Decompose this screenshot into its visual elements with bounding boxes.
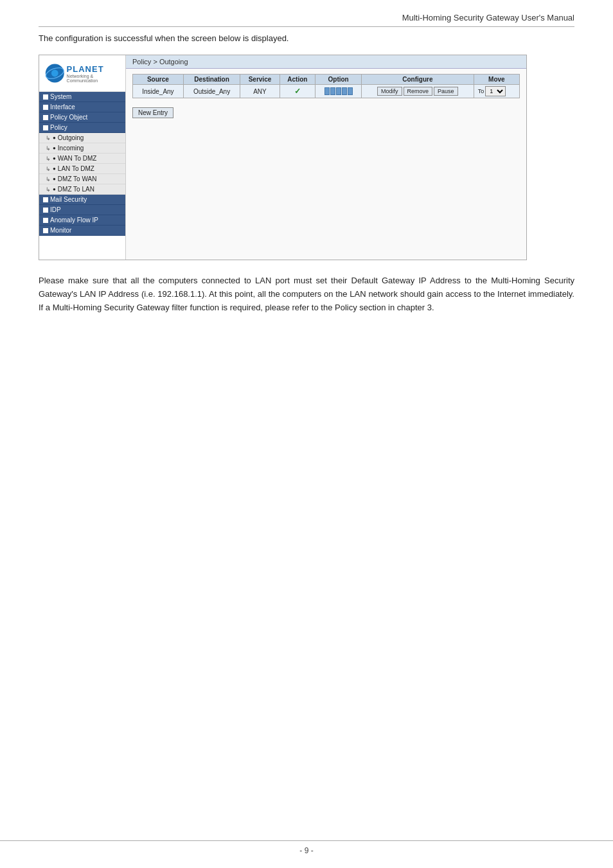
- col-configure: Configure: [362, 75, 474, 85]
- policy-table: Source Destination Service Action Option…: [132, 74, 520, 98]
- item-icon: ●: [53, 135, 56, 141]
- pause-button[interactable]: Pause: [434, 87, 458, 96]
- sidebar-item-mail-security[interactable]: Mail Security: [39, 195, 125, 205]
- col-destination: Destination: [183, 75, 240, 85]
- sidebar-item-label: Outgoing: [58, 134, 84, 141]
- section-icon: [43, 94, 48, 100]
- arrow-icon: ↳: [46, 155, 51, 162]
- planet-logo-text: PLANET Networking & Communication: [67, 64, 120, 83]
- sidebar-item-system[interactable]: System: [39, 92, 125, 102]
- cell-action: ✓: [280, 85, 315, 98]
- sidebar-item-outgoing[interactable]: ↳ ● Outgoing: [39, 133, 125, 143]
- intro-text: The configuration is successful when the…: [39, 33, 574, 43]
- option-bar-3: [336, 87, 341, 95]
- option-bar-4: [342, 87, 347, 95]
- page-number: - 9 -: [299, 846, 313, 855]
- sidebar-item-policy-header[interactable]: Policy: [39, 123, 125, 133]
- sidebar-item-monitor[interactable]: Monitor: [39, 226, 125, 236]
- sidebar-logo: PLANET Networking & Communication: [39, 55, 125, 92]
- cell-configure: Modify Remove Pause: [362, 85, 474, 98]
- sidebar-item-policy-object[interactable]: Policy Object: [39, 112, 125, 123]
- sidebar-section-label: System: [50, 93, 71, 100]
- planet-name: PLANET: [67, 64, 120, 74]
- section-icon: [43, 218, 48, 223]
- cell-destination: Outside_Any: [183, 85, 240, 98]
- body-paragraph: Please make sure that all the computers …: [39, 274, 574, 314]
- sidebar-section-label: Interface: [50, 103, 75, 111]
- sidebar-item-interface[interactable]: Interface: [39, 102, 125, 112]
- planet-logo-icon: [44, 62, 66, 85]
- configure-buttons: Modify Remove Pause: [366, 87, 470, 96]
- sidebar-item-idp[interactable]: IDP: [39, 205, 125, 215]
- planet-subtitle: Networking & Communication: [67, 74, 120, 83]
- section-icon: [43, 208, 48, 213]
- arrow-icon: ↳: [46, 135, 51, 141]
- footer: - 9 -: [0, 840, 613, 855]
- col-option: Option: [315, 75, 362, 85]
- item-icon: ●: [53, 176, 56, 182]
- option-bar-1: [324, 87, 330, 95]
- remove-button[interactable]: Remove: [404, 87, 433, 96]
- option-bar-5: [348, 87, 353, 95]
- cell-source: Inside_Any: [133, 85, 184, 98]
- sidebar-section-label: Anomaly Flow IP: [50, 217, 98, 224]
- col-action: Action: [280, 75, 315, 85]
- sidebar-item-label: Incoming: [58, 145, 84, 152]
- move-select[interactable]: 1: [485, 86, 506, 96]
- check-icon: ✓: [294, 87, 301, 96]
- section-icon: [43, 105, 48, 110]
- col-service: Service: [240, 75, 280, 85]
- cell-option: [315, 85, 362, 98]
- col-source: Source: [133, 75, 184, 85]
- sidebar-item-label: WAN To DMZ: [58, 155, 97, 162]
- section-icon: [43, 125, 48, 130]
- arrow-icon: ↳: [46, 145, 51, 152]
- move-area: To 1: [478, 86, 515, 96]
- section-icon: [43, 228, 48, 233]
- option-bar-2: [330, 87, 335, 95]
- policy-table-area: Source Destination Service Action Option…: [126, 69, 526, 103]
- item-icon: ●: [53, 145, 56, 151]
- sidebar-section-label: Policy: [50, 124, 67, 131]
- sidebar-item-lan-dmz[interactable]: ↳ ● LAN To DMZ: [39, 164, 125, 174]
- sidebar-item-dmz-wan[interactable]: ↳ ● DMZ To WAN: [39, 174, 125, 184]
- svg-point-2: [51, 70, 58, 77]
- table-row: Inside_Any Outside_Any ANY ✓: [133, 85, 520, 98]
- cell-service: ANY: [240, 85, 280, 98]
- sidebar-item-label: LAN To DMZ: [58, 165, 94, 172]
- new-entry-button[interactable]: New Entry: [132, 107, 173, 118]
- arrow-icon: ↳: [46, 166, 51, 172]
- section-icon: [43, 197, 48, 202]
- sidebar-item-incoming[interactable]: ↳ ● Incoming: [39, 143, 125, 154]
- page-title: Multi-Homing Security Gateway User's Man…: [402, 13, 574, 22]
- option-bars: [319, 87, 357, 95]
- sidebar-item-dmz-lan[interactable]: ↳ ● DMZ To LAN: [39, 184, 125, 195]
- ui-screenshot: PLANET Networking & Communication System…: [39, 55, 527, 260]
- sidebar-section-label: Policy Object: [50, 114, 87, 121]
- new-entry-area: New Entry: [126, 103, 526, 122]
- breadcrumb: Policy > Outgoing: [126, 55, 526, 69]
- main-content: Policy > Outgoing Source Destination Ser…: [126, 55, 526, 260]
- sidebar-section-label: Monitor: [50, 227, 71, 234]
- sidebar-item-label: DMZ To WAN: [58, 175, 97, 182]
- header-rule: [39, 26, 574, 27]
- sidebar: PLANET Networking & Communication System…: [39, 55, 126, 260]
- arrow-icon: ↳: [46, 186, 51, 193]
- modify-button[interactable]: Modify: [377, 87, 402, 96]
- arrow-icon: ↳: [46, 176, 51, 182]
- item-icon: ●: [53, 166, 56, 172]
- section-icon: [43, 115, 48, 120]
- sidebar-item-anomaly[interactable]: Anomaly Flow IP: [39, 215, 125, 226]
- sidebar-section-label: Mail Security: [50, 196, 87, 203]
- sidebar-item-label: DMZ To LAN: [58, 186, 94, 193]
- col-move: Move: [474, 75, 519, 85]
- move-label: To: [478, 88, 484, 94]
- sidebar-item-wan-dmz[interactable]: ↳ ● WAN To DMZ: [39, 154, 125, 164]
- cell-move: To 1: [474, 85, 519, 98]
- sidebar-section-label: IDP: [50, 206, 61, 213]
- item-icon: ●: [53, 155, 56, 161]
- item-icon: ●: [53, 186, 56, 192]
